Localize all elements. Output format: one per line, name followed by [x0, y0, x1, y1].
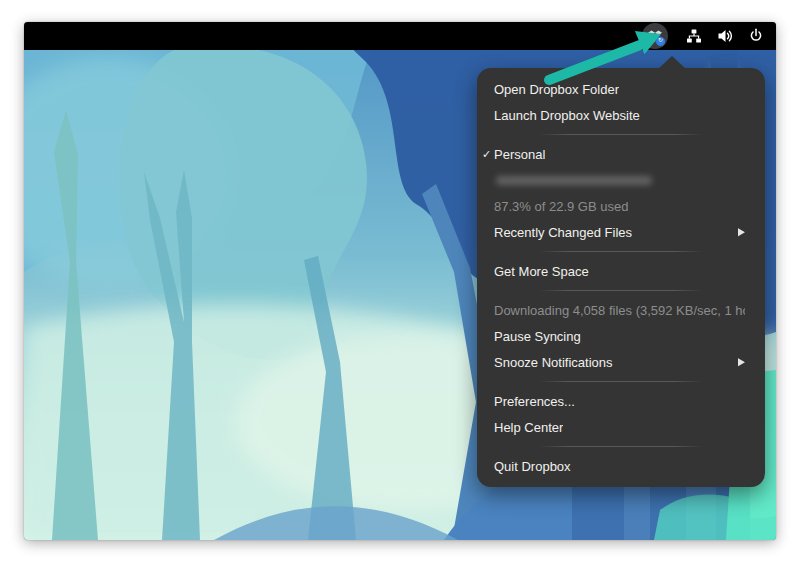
menu-separator	[539, 446, 703, 447]
check-icon: ✓	[482, 148, 491, 161]
menu-item-snooze-notifications[interactable]: Snooze Notifications▶	[477, 349, 765, 375]
menu-item-sync-status: Downloading 4,058 files (3,592 KB/sec, 1…	[477, 297, 765, 323]
menu-item-storage-usage: 87.3% of 22.9 GB used	[477, 193, 765, 219]
menu-item-account-email-redacted	[477, 167, 765, 193]
menu-item-label: Recently Changed Files	[494, 225, 632, 240]
volume-icon[interactable]	[716, 27, 734, 45]
menu-item-get-more-space[interactable]: Get More Space	[477, 258, 765, 284]
menu-item-label: Help Center	[494, 420, 563, 435]
menu-separator	[539, 381, 703, 382]
menu-separator	[539, 251, 703, 252]
menu-item-help-center[interactable]: Help Center	[477, 414, 765, 440]
dropbox-menu: Open Dropbox FolderLaunch Dropbox Websit…	[477, 68, 765, 487]
dropbox-sync-badge-icon: ↻	[655, 36, 666, 47]
menu-item-label: Preferences...	[494, 394, 575, 409]
menu-item-label: Snooze Notifications	[494, 355, 613, 370]
submenu-arrow-icon: ▶	[738, 356, 745, 368]
redacted-account-email	[496, 176, 652, 185]
page: { "colors": { "annotation_arrow": "#1db9…	[0, 0, 800, 561]
submenu-arrow-icon: ▶	[738, 226, 745, 238]
menu-item-label: 87.3% of 22.9 GB used	[494, 199, 628, 214]
power-icon[interactable]	[747, 27, 765, 45]
menu-item-label: Personal	[494, 147, 545, 162]
menu-item-label: Quit Dropbox	[494, 459, 571, 474]
menu-item-open-dropbox-folder[interactable]: Open Dropbox Folder	[477, 76, 765, 102]
menu-item-label: Launch Dropbox Website	[494, 108, 640, 123]
menu-item-label: Downloading 4,058 files (3,592 KB/sec, 1…	[494, 303, 745, 318]
menu-item-recently-changed-files[interactable]: Recently Changed Files▶	[477, 219, 765, 245]
network-tree-icon[interactable]	[685, 27, 703, 45]
menu-item-quit-dropbox[interactable]: Quit Dropbox	[477, 453, 765, 479]
dropbox-tray-icon[interactable]: ↻	[642, 23, 668, 49]
menu-item-label: Open Dropbox Folder	[494, 82, 619, 97]
menu-item-preferences[interactable]: Preferences...	[477, 388, 765, 414]
top-bar: ↻	[24, 22, 776, 50]
desktop-screenshot: ↻ Open Dr	[24, 22, 776, 540]
menu-item-personal-account[interactable]: ✓Personal	[477, 141, 765, 167]
menu-item-launch-dropbox-website[interactable]: Launch Dropbox Website	[477, 102, 765, 128]
menu-item-label: Get More Space	[494, 264, 589, 279]
menu-item-label: Pause Syncing	[494, 329, 581, 344]
menu-separator	[539, 134, 703, 135]
menu-item-pause-syncing[interactable]: Pause Syncing	[477, 323, 765, 349]
menu-separator	[539, 290, 703, 291]
